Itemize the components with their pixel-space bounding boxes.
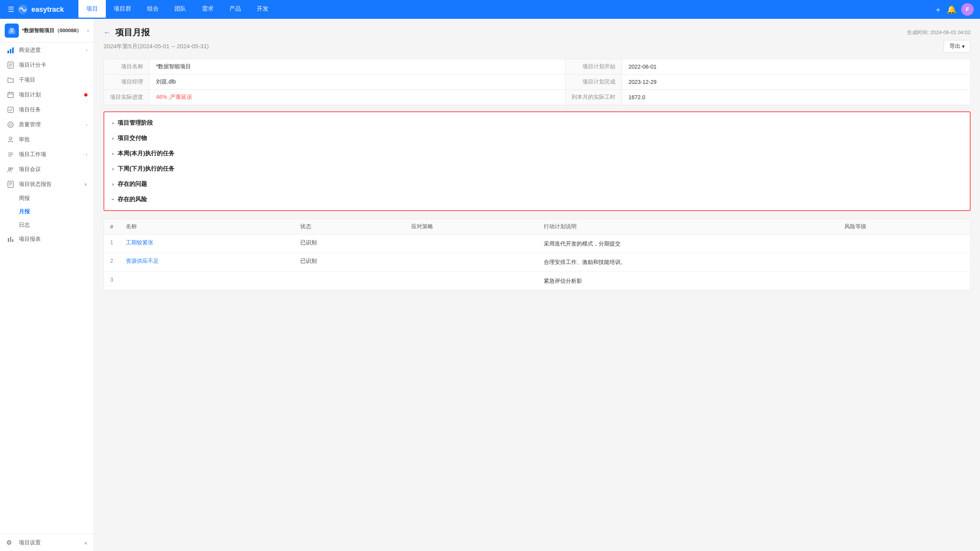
sidebar-sub-monthly[interactable]: 月报 (19, 205, 94, 218)
sidebar-item-quality[interactable]: 质量管理 › (0, 117, 94, 132)
meeting-icon (6, 166, 15, 173)
info-row-manager: 项目经理 刘苗,dlb 项目计划完成 2023-12-29 (104, 75, 971, 90)
risk-strategy (405, 271, 537, 290)
dot-indicator (84, 93, 87, 96)
section-mgmt-phase[interactable]: › 项目管理阶段 (104, 115, 970, 131)
svg-rect-31 (12, 239, 13, 242)
nav-item-team[interactable]: 团队 (167, 0, 194, 19)
section-problems[interactable]: › 存在的问题 (104, 176, 970, 192)
sidebar-item-workitem[interactable]: 项目工作项 › (0, 147, 94, 162)
risk-status (294, 271, 405, 290)
section-risks[interactable]: › 存在的风险 (104, 192, 970, 207)
svg-rect-7 (12, 47, 14, 53)
sidebar-item-plan[interactable]: 项目计划 (0, 87, 94, 102)
col-action: 行动计划说明 (537, 219, 838, 235)
risk-level (838, 253, 970, 271)
info-value-progress: 46% ,严重延误 (150, 90, 565, 105)
risk-link[interactable]: 工期较紧张 (126, 239, 153, 245)
gen-time: 生成时间: 2024-06-01 04:02 (907, 29, 971, 36)
approval-icon (6, 136, 15, 143)
task-icon (6, 106, 15, 113)
info-label-project-name: 项目名称 (104, 59, 150, 75)
nav-item-dev[interactable]: 开发 (249, 0, 276, 19)
main-layout: P *数据智能项目（000088） › 商业进度 › 项目计分卡 (0, 19, 980, 551)
top-nav: ☰ easytrack 项目 项目群 组合 团队 需求 产品 开发 ＋ (0, 0, 980, 19)
sidebar-item-label: 商业进度 (19, 47, 86, 54)
col-name: 名称 (120, 219, 294, 235)
risk-link[interactable]: 资源供应不足 (126, 258, 159, 264)
add-button[interactable]: ＋ (934, 4, 942, 15)
risk-action: 紧急评估分析影 (537, 271, 838, 290)
export-button[interactable]: 导出 ▾ (944, 40, 971, 53)
sidebar-item-settings[interactable]: ⚙ 项目设置 (6, 539, 84, 546)
sidebar-item-label: 项目设置 (19, 539, 41, 546)
info-label-workhours: 到本月的实际工时 (565, 90, 622, 105)
nav-item-project-group[interactable]: 项目群 (106, 0, 139, 19)
svg-rect-6 (10, 49, 11, 53)
risk-name: 工期较紧张 (120, 235, 294, 253)
sidebar-item-label: 项目状态报告 (19, 181, 84, 188)
risk-status: 已识别 (294, 235, 405, 253)
list-icon (6, 151, 15, 158)
section-this-week-task[interactable]: › 本周(本月)执行的任务 (104, 146, 970, 161)
back-button[interactable]: ← (103, 29, 111, 37)
sidebar-item-label: 项目会议 (19, 166, 87, 173)
sidebar-item-label: 项目计分卡 (19, 62, 87, 69)
report-icon (6, 236, 15, 243)
info-value-manager: 刘苗,dlb (150, 75, 565, 90)
svg-rect-5 (7, 51, 9, 53)
svg-point-23 (9, 168, 11, 170)
sidebar-item-task[interactable]: 项目任务 (0, 102, 94, 117)
sidebar-item-report[interactable]: 项目报表 (0, 232, 94, 247)
nav-item-product[interactable]: 产品 (221, 0, 249, 19)
sidebar-item-status-report[interactable]: 项目状态报告 ∨ (0, 177, 94, 192)
risk-level (838, 235, 970, 253)
nav-right: ＋ 🔔 F (934, 3, 980, 16)
info-label-plan-end: 项目计划完成 (565, 75, 622, 90)
sidebar-item-sub-project[interactable]: 子项目 (0, 73, 94, 87)
arrow-right-icon: › (86, 47, 87, 53)
logo-text: easytrack (31, 5, 64, 14)
sidebar-collapse-icon[interactable]: « (84, 540, 87, 546)
nav-item-portfolio[interactable]: 组合 (139, 0, 167, 19)
section-label: 存在的问题 (118, 180, 147, 188)
svg-rect-29 (8, 238, 9, 242)
sidebar-item-label: 项目工作项 (19, 151, 86, 158)
section-next-week-task[interactable]: › 下周(下月)执行的任务 (104, 161, 970, 176)
svg-rect-12 (8, 93, 13, 98)
menu-hamburger-icon[interactable]: ☰ (8, 5, 14, 14)
sidebar-footer: ⚙ 项目设置 « (0, 534, 94, 551)
section-label: 项目交付物 (118, 135, 147, 142)
sidebar-item-approval[interactable]: 审批 (0, 132, 94, 147)
sidebar-sub-reports: 周报 月报 日志 (0, 192, 94, 232)
info-value-plan-start: 2022-06-01 (622, 59, 971, 75)
svg-text:P: P (11, 30, 13, 34)
sidebar-item-business-progress[interactable]: 商业进度 › (0, 43, 94, 58)
sidebar-item-scorecard[interactable]: 项目计分卡 (0, 58, 94, 73)
chevron-right-icon: › (112, 181, 114, 187)
col-num: # (104, 219, 120, 235)
main-content: ← 项目月报 生成时间: 2024-06-01 04:02 2024年第5月(2… (94, 19, 980, 551)
sidebar-project-name: *数据智能项目（000088） (22, 27, 87, 34)
sidebar-item-meeting[interactable]: 项目会议 (0, 162, 94, 177)
risk-level (838, 271, 970, 290)
arrow-right-icon: › (86, 122, 87, 127)
nav-item-requirement[interactable]: 需求 (194, 0, 221, 19)
page-header: ← 项目月报 生成时间: 2024-06-01 04:02 (103, 27, 971, 38)
col-level: 风险等级 (838, 219, 970, 235)
nav-item-project[interactable]: 项目 (78, 0, 106, 19)
avatar[interactable]: F (961, 3, 974, 16)
sidebar-sub-daily[interactable]: 日志 (19, 218, 94, 232)
svg-rect-16 (8, 107, 13, 113)
sidebar-item-label: 项目任务 (19, 106, 87, 113)
nav-items: 项目 项目群 组合 团队 需求 产品 开发 (78, 0, 934, 19)
info-row-name: 项目名称 *数据智能项目 项目计划开始 2022-06-01 (104, 59, 971, 75)
risk-action: 合理安排工作、激励和技能培训。 (537, 253, 838, 271)
sidebar-item-label: 项目报表 (19, 236, 87, 243)
chart-icon (6, 47, 15, 54)
risk-table: # 名称 状态 应对策略 行动计划说明 风险等级 1 工期较紧张 已识别 (104, 219, 970, 290)
sidebar-expand-btn[interactable]: › (87, 27, 89, 34)
section-deliverable[interactable]: › 项目交付物 (104, 131, 970, 146)
sidebar-sub-weekly[interactable]: 周报 (19, 192, 94, 205)
notification-bell-icon[interactable]: 🔔 (947, 5, 956, 14)
